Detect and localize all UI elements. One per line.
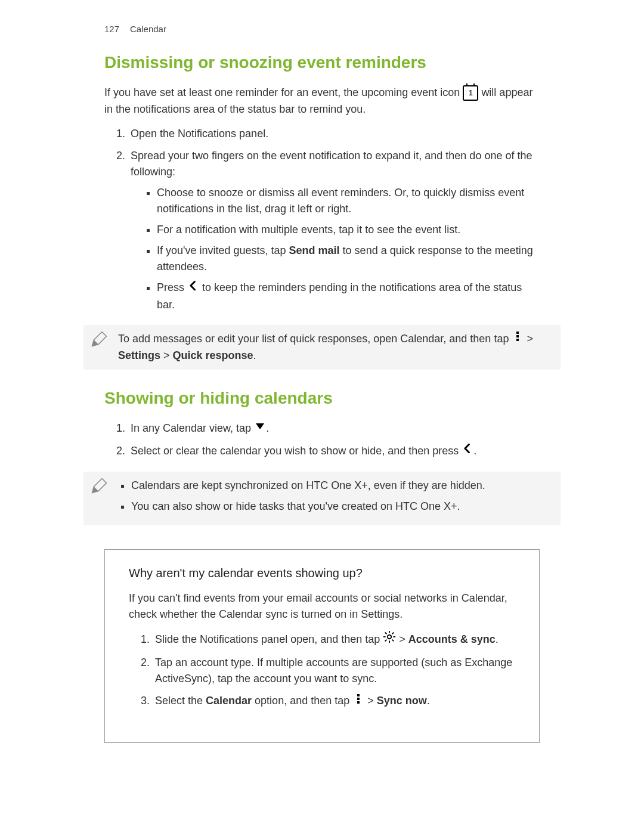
box-steps: Slide the Notifications panel open, and …	[129, 631, 515, 710]
step2-bullets: Choose to snooze or dismiss all event re…	[131, 185, 540, 312]
back-icon	[462, 442, 473, 459]
note2-b2: You can also show or hide tasks that you…	[131, 498, 549, 515]
s2-step-2: Select or clear the calendar you wish to…	[128, 443, 540, 460]
note2-b1: Calendars are kept synchronized on HTC O…	[131, 478, 549, 494]
step-1: Open the Notifications panel.	[128, 126, 540, 142]
svg-line-10	[385, 640, 387, 642]
svg-rect-12	[357, 694, 360, 696]
svg-line-9	[392, 640, 394, 642]
page-number: 127	[104, 24, 119, 34]
svg-line-11	[392, 633, 394, 634]
note2-bullets: Calendars are kept synchronized on HTC O…	[118, 478, 549, 515]
pencil-icon	[89, 331, 107, 354]
bullet-snooze-dismiss: Choose to snooze or dismiss all event re…	[157, 185, 540, 217]
dropdown-triangle-icon	[254, 420, 266, 436]
pencil-icon	[89, 478, 107, 500]
svg-point-3	[388, 635, 391, 639]
overflow-menu-icon	[352, 693, 364, 710]
section2-steps: In any Calendar view, tap . Select or cl…	[104, 420, 540, 460]
overflow-menu-icon	[512, 330, 524, 347]
step-2: Spread your two fingers on the event not…	[128, 148, 540, 312]
section1-title: Dismissing or snoozing event reminders	[104, 52, 540, 73]
bullet-send-mail: If you've invited guests, tap Send mail …	[157, 243, 540, 275]
note-hidden-calendars: Calendars are kept synchronized on HTC O…	[83, 472, 561, 525]
box-step-1: Slide the Notifications panel open, and …	[153, 631, 515, 649]
box-title: Why aren't my calendar events showing up…	[129, 564, 515, 582]
svg-line-8	[385, 633, 387, 634]
box-step-2: Tap an account type. If multiple account…	[153, 655, 515, 687]
upcoming-event-icon: 1	[463, 84, 478, 101]
box-step-3: Select the Calendar option, and then tap…	[153, 693, 515, 710]
bullet-press-back: Press to keep the reminders pending in t…	[157, 280, 540, 312]
troubleshoot-box: Why aren't my calendar events showing up…	[104, 549, 540, 742]
section1-intro: If you have set at least one reminder fo…	[104, 85, 540, 117]
box-intro: If you can't find events from your email…	[129, 590, 515, 623]
chapter-name: Calendar	[130, 24, 166, 34]
s2-step-1: In any Calendar view, tap .	[128, 420, 540, 437]
svg-rect-0	[516, 332, 519, 334]
bullet-multiple-events: For a notification with multiple events,…	[157, 222, 540, 238]
page-header: 127Calendar	[104, 24, 540, 34]
svg-rect-13	[357, 698, 360, 700]
settings-gear-icon	[383, 630, 396, 648]
back-icon	[187, 280, 199, 296]
section1-steps: Open the Notifications panel. Spread you…	[104, 126, 540, 312]
svg-rect-1	[516, 335, 519, 337]
page-container: 127Calendar Dismissing or snoozing event…	[0, 0, 644, 833]
send-mail-bold: Send mail	[289, 244, 340, 256]
svg-rect-14	[357, 701, 360, 704]
section2-title: Showing or hiding calendars	[104, 388, 540, 408]
svg-rect-2	[516, 339, 519, 341]
note-quick-response: To add messages or edit your list of qui…	[83, 325, 561, 370]
